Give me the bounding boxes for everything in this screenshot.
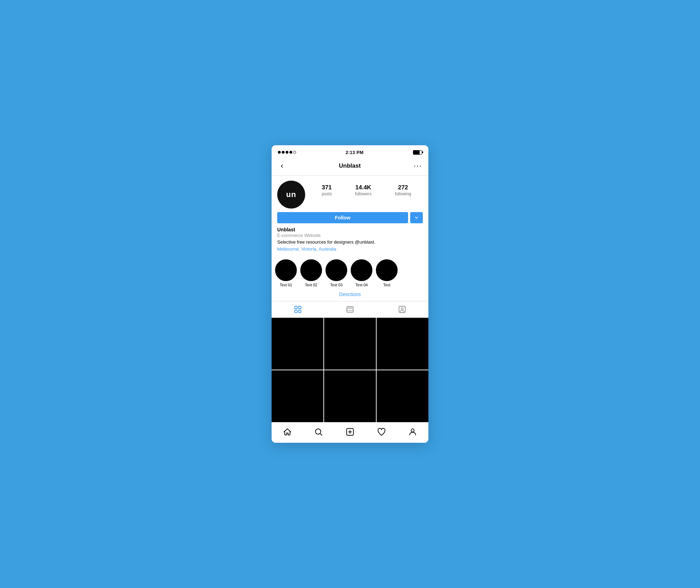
stories-section: Text 01 Text 02 Text 03 Text 04 Text: [272, 255, 428, 287]
follow-button[interactable]: Follow: [277, 212, 408, 223]
photo-cell-4[interactable]: [272, 370, 323, 422]
grid-icon: [294, 305, 302, 314]
svg-point-10: [401, 308, 403, 310]
photo-cell-5[interactable]: [324, 370, 376, 422]
svg-rect-3: [299, 310, 301, 313]
story-circle-2: [300, 259, 322, 281]
tab-tagged[interactable]: [376, 301, 428, 317]
signal-indicator: [278, 151, 296, 154]
story-label-5: Text: [383, 283, 390, 287]
battery-fill: [413, 150, 420, 154]
tab-grid[interactable]: [272, 301, 324, 317]
story-item-5[interactable]: Text: [376, 259, 398, 287]
directions-link[interactable]: Directions: [339, 292, 361, 297]
stat-followers[interactable]: 14.4K followers: [355, 184, 371, 196]
stat-posts: 371 posts: [322, 184, 332, 196]
add-post-icon: [345, 427, 355, 436]
following-label: following: [395, 191, 411, 196]
followers-count: 14.4K: [355, 184, 371, 191]
svg-rect-1: [299, 306, 301, 309]
bio-section: Unblast E-commerce Website Selective fre…: [277, 227, 423, 251]
home-nav-item[interactable]: [279, 426, 296, 438]
phone-frame: 2:13 PM ‹ Unblast ··· un 371 posts 14.4K…: [272, 145, 428, 442]
story-item-4[interactable]: Text 04: [351, 259, 372, 287]
heart-nav-item[interactable]: [373, 426, 390, 438]
photo-cell-6[interactable]: [377, 370, 428, 422]
story-item-1[interactable]: Text 01: [275, 259, 297, 287]
story-circle-5: [376, 259, 398, 281]
directions-bar: Directions: [272, 287, 428, 301]
photo-cell-2[interactable]: [324, 318, 376, 370]
profile-location[interactable]: Melbourne, Victoria, Australia: [277, 246, 423, 252]
avatar-text: un: [286, 190, 296, 199]
status-bar: 2:13 PM: [272, 145, 428, 158]
signal-dot-1: [278, 151, 281, 154]
profile-icon: [408, 427, 417, 436]
chevron-down-icon: [415, 216, 418, 219]
follow-dropdown-button[interactable]: [410, 212, 423, 223]
story-circle-1: [275, 259, 297, 281]
svg-line-12: [320, 433, 322, 435]
profile-name: Unblast: [277, 227, 423, 232]
signal-dot-5: [293, 151, 296, 154]
profile-description: Selective free resources for designers @…: [277, 239, 423, 245]
story-circle-4: [351, 259, 372, 281]
following-count: 272: [398, 184, 408, 191]
svg-point-16: [411, 429, 414, 432]
add-post-nav-item[interactable]: [341, 426, 359, 438]
photo-cell-3[interactable]: [377, 318, 428, 370]
profile-stats: 371 posts 14.4K followers 272 following: [310, 181, 423, 196]
svg-rect-0: [295, 306, 297, 309]
more-button[interactable]: ···: [414, 161, 422, 170]
follow-row: Follow: [277, 212, 423, 223]
photo-cell-1[interactable]: [272, 318, 323, 370]
nav-bar: ‹ Unblast ···: [272, 158, 428, 176]
signal-dot-3: [286, 151, 288, 154]
story-label-3: Text 03: [330, 283, 342, 287]
content-tabs: [272, 301, 428, 318]
story-label-2: Text 02: [305, 283, 317, 287]
photo-grid: [272, 318, 428, 422]
reels-icon: [346, 305, 354, 314]
followers-label: followers: [355, 191, 371, 196]
nav-title: Unblast: [339, 162, 360, 169]
signal-dot-2: [282, 151, 285, 154]
back-button[interactable]: ‹: [278, 160, 286, 172]
story-item-2[interactable]: Text 02: [300, 259, 322, 287]
story-item-3[interactable]: Text 03: [326, 259, 347, 287]
story-label-1: Text 01: [280, 283, 292, 287]
profile-nav-item[interactable]: [404, 426, 421, 438]
profile-category: E-commerce Website: [277, 233, 423, 238]
search-icon: [314, 427, 323, 436]
home-icon: [283, 427, 292, 436]
svg-rect-4: [347, 307, 353, 312]
tab-reels[interactable]: [324, 301, 376, 317]
battery-indicator: [413, 150, 422, 155]
signal-dot-4: [289, 151, 292, 154]
posts-count: 371: [322, 184, 331, 191]
status-time: 2:13 PM: [345, 150, 363, 155]
avatar: un: [277, 181, 305, 209]
story-circle-3: [326, 259, 347, 281]
story-label-4: Text 04: [355, 283, 368, 287]
svg-rect-2: [295, 310, 297, 313]
search-nav-item[interactable]: [310, 426, 327, 438]
profile-top: un 371 posts 14.4K followers 272 followi…: [277, 181, 423, 209]
bottom-nav: [272, 422, 428, 443]
posts-label: posts: [322, 191, 332, 196]
heart-icon: [377, 427, 386, 436]
tagged-icon: [398, 305, 406, 314]
stat-following[interactable]: 272 following: [395, 184, 411, 196]
profile-section: un 371 posts 14.4K followers 272 followi…: [272, 176, 428, 255]
